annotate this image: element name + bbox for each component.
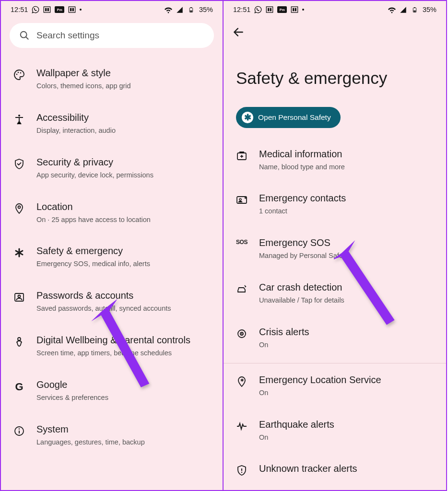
svg-point-14	[18, 115, 20, 117]
svg-rect-0	[44, 7, 50, 12]
account-box-icon	[12, 290, 26, 303]
medical-icon	[235, 148, 248, 162]
sos-icon: SOS	[235, 237, 248, 246]
paytm-icon: Pm	[55, 6, 64, 13]
palette-icon	[12, 67, 26, 81]
settings-row-system[interactable]: System Languages, gestures, time, backup	[1, 413, 223, 457]
svg-point-37	[241, 333, 242, 334]
svg-rect-3	[69, 7, 75, 12]
car-crash-icon	[235, 281, 248, 295]
battery-icon	[188, 6, 195, 13]
svg-point-21	[19, 428, 20, 429]
status-bar: 12:51 Pm 35%	[224, 1, 446, 18]
back-button[interactable]	[232, 26, 437, 38]
row-title: Unknown tracker alerts	[259, 463, 435, 475]
row-unknown-tracker[interactable]: Unknown tracker alerts	[224, 452, 446, 487]
row-title: Wallpaper & style	[36, 67, 211, 79]
row-title: Security & privacy	[36, 156, 211, 168]
app-icon-2	[291, 6, 298, 13]
asterisk-icon	[12, 245, 26, 258]
svg-point-33	[239, 199, 241, 200]
contact-card-icon: ✱	[235, 192, 248, 206]
row-emergency-contacts[interactable]: ✱ Emergency contacts 1 contact	[224, 182, 446, 226]
cell-signal-icon	[176, 6, 184, 13]
more-dot	[302, 9, 304, 11]
svg-rect-2	[47, 8, 49, 12]
app-icon-1	[266, 6, 273, 13]
row-sub: Languages, gestures, time, backup	[36, 438, 211, 447]
row-title: Accessibility	[36, 112, 211, 124]
status-bar: 12:51 Pm 35%	[1, 1, 223, 18]
svg-point-9	[21, 32, 27, 38]
row-medical-info[interactable]: Medical information Name, blood type and…	[224, 138, 446, 182]
pointer-arrow	[334, 222, 395, 347]
cell-signal-icon	[400, 6, 407, 13]
row-sub: Colors, themed icons, app grid	[36, 82, 211, 91]
svg-rect-25	[292, 7, 298, 12]
google-g-icon: G	[12, 379, 26, 393]
row-emergency-location[interactable]: ✱ Emergency Location Service On	[224, 363, 446, 408]
svg-text:✱: ✱	[240, 378, 244, 383]
status-time: 12:51	[11, 6, 28, 13]
more-dot	[80, 9, 82, 11]
svg-rect-7	[191, 7, 192, 8]
svg-rect-8	[190, 10, 193, 12]
status-time: 12:51	[233, 6, 250, 13]
row-earthquake-alerts[interactable]: Earthquake alerts On	[224, 408, 446, 453]
settings-row-security[interactable]: Security & privacy App security, device …	[1, 146, 223, 190]
svg-rect-4	[70, 8, 71, 12]
settings-row-wallpaper[interactable]: Wallpaper & style Colors, themed icons, …	[1, 57, 223, 101]
whatsapp-icon	[32, 6, 39, 13]
row-sub: On · 25 apps have access to location	[36, 215, 211, 224]
svg-point-18	[18, 338, 21, 340]
svg-rect-26	[293, 8, 294, 12]
svg-rect-24	[270, 8, 271, 12]
search-settings-bar[interactable]: Search settings	[10, 23, 214, 48]
row-sub: App security, device lock, permissions	[36, 171, 211, 180]
settings-row-safety[interactable]: Safety & emergency Emergency SOS, medica…	[1, 234, 223, 279]
row-sub: Name, blood type and more	[259, 163, 435, 172]
svg-point-12	[18, 72, 19, 73]
asterisk-badge-icon: ✱	[242, 112, 253, 123]
app-icon-1	[43, 6, 51, 13]
svg-rect-1	[45, 8, 47, 12]
row-sub: On	[259, 388, 435, 397]
battery-percent: 35%	[423, 6, 436, 13]
row-title: System	[36, 423, 211, 435]
svg-point-40	[241, 472, 242, 473]
svg-point-17	[18, 295, 21, 298]
search-icon	[19, 30, 30, 41]
row-title: Emergency contacts	[259, 192, 435, 204]
row-title: Emergency Location Service	[259, 374, 435, 386]
svg-rect-22	[267, 7, 273, 12]
location-emergency-icon: ✱	[235, 374, 248, 387]
row-sub: On	[259, 433, 435, 442]
wifi-icon	[165, 6, 172, 13]
search-placeholder: Search settings	[36, 30, 99, 41]
location-pin-icon	[12, 201, 26, 214]
whatsapp-icon	[254, 6, 262, 13]
battery-icon	[411, 6, 419, 13]
svg-text:✱: ✱	[244, 196, 247, 199]
tracker-shield-icon	[235, 463, 248, 476]
page-title: Safety & emergency	[224, 38, 446, 107]
pointer-arrow	[91, 284, 153, 409]
wifi-icon	[388, 6, 396, 13]
row-sub: Emergency SOS, medical info, alerts	[36, 259, 211, 269]
svg-point-15	[18, 206, 21, 208]
settings-row-location[interactable]: Location On · 25 apps have access to loc…	[1, 190, 223, 235]
row-sub: 1 contact	[259, 207, 435, 216]
open-personal-safety-chip[interactable]: ✱ Open Personal Safety	[236, 107, 341, 128]
row-title: Earthquake alerts	[259, 419, 435, 431]
svg-point-11	[16, 74, 18, 75]
svg-line-10	[26, 37, 29, 40]
svg-rect-30	[414, 10, 416, 12]
crisis-icon	[235, 326, 248, 339]
settings-row-accessibility[interactable]: Accessibility Display, interaction, audi…	[1, 101, 223, 146]
app-icon-2	[68, 6, 76, 13]
row-title: Location	[36, 201, 211, 213]
earthquake-icon	[235, 419, 248, 432]
svg-rect-27	[295, 8, 296, 12]
left-screenshot: 12:51 Pm 35%	[0, 0, 224, 491]
svg-point-13	[20, 72, 22, 74]
